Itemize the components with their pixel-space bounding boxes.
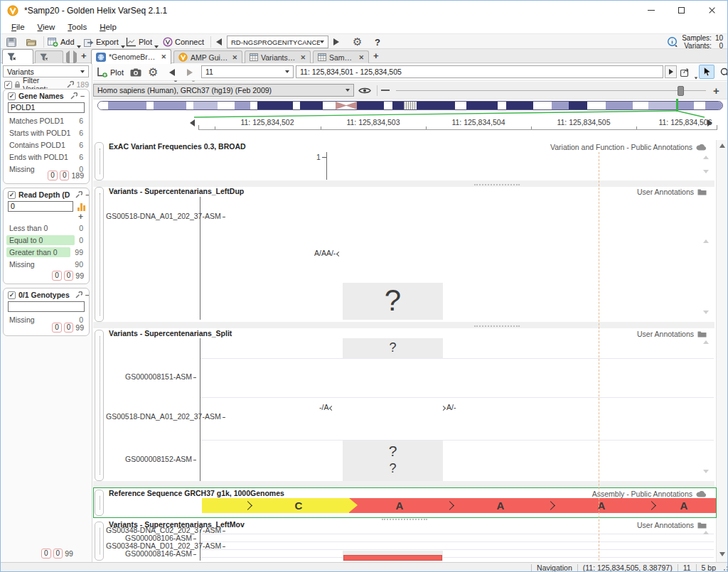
pan-left-icon[interactable] xyxy=(190,119,195,128)
wrench-icon[interactable] xyxy=(70,92,77,99)
track-scroll-up-icon[interactable] xyxy=(703,531,709,534)
track-drag-handle[interactable] xyxy=(95,142,104,180)
tab-genomebrowse[interactable]: *GenomeBrowse✕ xyxy=(91,49,171,64)
chromosome-ideogram[interactable] xyxy=(97,101,723,110)
save-button[interactable] xyxy=(6,34,16,50)
track-drag-handle[interactable] xyxy=(95,330,104,481)
add-button[interactable]: Add xyxy=(48,34,81,50)
filter-condition-row[interactable]: Missing90 xyxy=(4,259,89,270)
tab-scroll-right-icon[interactable] xyxy=(73,53,77,62)
go-button[interactable] xyxy=(665,65,677,78)
tab-variants-189[interactable]: Variants: 189✕ xyxy=(245,50,311,63)
filter-checkbox[interactable]: ✓ xyxy=(8,191,16,199)
sample-row-label: GS000008146-ASM xyxy=(106,549,196,558)
zoom-slider-handle[interactable] xyxy=(678,86,684,96)
sample-selector[interactable]: RD-NGSPROGENITYCANCER-SAMPLE3 xyxy=(227,36,328,48)
track-drag-handle[interactable] xyxy=(95,522,104,561)
track-scroll-down-icon[interactable] xyxy=(703,311,709,314)
zoom-out-button[interactable] xyxy=(381,90,390,91)
ruler-tick xyxy=(198,125,199,129)
zoom-in-button[interactable]: + xyxy=(713,85,719,97)
zoom-slider-track[interactable] xyxy=(396,90,706,91)
filter-checkbox[interactable]: ✓ xyxy=(8,92,16,100)
filter-tab-2[interactable] xyxy=(35,50,63,63)
new-tab-button[interactable]: + xyxy=(373,50,379,61)
track-separator[interactable] xyxy=(93,322,714,328)
connect-button[interactable]: Connect xyxy=(163,34,204,50)
filter-checkbox[interactable]: ✓ xyxy=(8,291,16,299)
add-filter-tab-button[interactable]: + xyxy=(81,50,87,61)
lock-icon[interactable] xyxy=(14,81,21,88)
camera-icon[interactable] xyxy=(130,63,141,81)
zoom-tool-icon[interactable] xyxy=(720,63,728,81)
chromosome-band xyxy=(404,102,417,109)
plot-button[interactable]: Plot xyxy=(126,34,159,50)
filter-condition-row[interactable]: Equal to 00 xyxy=(4,234,89,246)
track-scroll-down-icon[interactable] xyxy=(703,470,709,473)
close-icon[interactable]: ✕ xyxy=(300,54,306,61)
collapse-icon[interactable]: – xyxy=(80,93,85,99)
info-icon[interactable] xyxy=(667,36,678,48)
track-separator[interactable] xyxy=(93,180,714,187)
filter-input[interactable]: POLD1 xyxy=(8,102,85,113)
open-button[interactable] xyxy=(26,34,37,50)
filter-condition-row[interactable]: Ends with POLD16 xyxy=(4,151,89,163)
funnel-icon xyxy=(7,53,16,61)
resize-grip[interactable] xyxy=(724,569,725,571)
collapse-icon[interactable]: – xyxy=(85,192,89,198)
maximize-icon[interactable] xyxy=(666,1,697,20)
filter-input[interactable] xyxy=(8,301,85,312)
close-icon[interactable]: ✕ xyxy=(161,53,166,60)
share-view-button[interactable] xyxy=(680,63,698,81)
location-input[interactable]: 11: 125,834,501 - 125,834,505 xyxy=(296,65,663,78)
close-icon[interactable]: ✕ xyxy=(232,54,237,61)
export-button[interactable]: Export xyxy=(84,34,125,50)
tab-amp-guidelines[interactable]: AMP Guidelines✕ xyxy=(173,50,242,63)
next-sample-button[interactable] xyxy=(333,34,339,50)
close-icon[interactable]: ✕ xyxy=(358,54,364,61)
variant-bar[interactable] xyxy=(343,555,442,561)
tab-scroll-left-icon[interactable] xyxy=(66,53,70,62)
gear-icon[interactable]: ⚙ xyxy=(148,63,158,81)
histogram-icon[interactable] xyxy=(77,203,85,211)
tab-samples-10[interactable]: Samples: 10✕ xyxy=(313,50,369,63)
filter-condition-row[interactable]: Matches POLD16 xyxy=(4,115,89,126)
species-selector[interactable]: Homo sapiens (Human), GRCh37 (hg19) (Feb… xyxy=(93,84,354,97)
filter-variant-checkbox[interactable]: ✓ xyxy=(4,81,12,89)
previous-sample-button[interactable] xyxy=(216,34,222,50)
menu-tools[interactable]: Tools xyxy=(61,21,93,33)
wrench-icon[interactable] xyxy=(67,81,74,88)
wrench-icon[interactable] xyxy=(75,291,82,298)
menu-file[interactable]: File xyxy=(5,21,31,33)
minimize-icon[interactable] xyxy=(636,1,666,20)
track-drag-handle[interactable] xyxy=(95,187,104,322)
gear-icon[interactable]: ⚙ xyxy=(353,34,362,50)
filter-tab-active[interactable] xyxy=(2,49,33,64)
track-separator[interactable] xyxy=(382,519,427,520)
track-scroll-up-icon[interactable] xyxy=(703,340,709,344)
gb-plot-button[interactable]: Plot xyxy=(97,63,124,81)
wrench-icon[interactable] xyxy=(75,191,82,198)
track-separator[interactable] xyxy=(93,481,714,487)
filter-condition-row[interactable]: Starts with POLD16 xyxy=(4,127,89,139)
menu-view[interactable]: View xyxy=(31,21,62,33)
tracks-scrollbar[interactable] xyxy=(716,140,728,562)
add-condition-button[interactable]: + xyxy=(78,212,83,222)
scroll-up-icon[interactable] xyxy=(719,144,725,148)
track-scroll-down-icon[interactable] xyxy=(703,170,709,173)
filter-condition-row[interactable]: Contains POLD16 xyxy=(4,139,89,151)
track-scroll-up-icon[interactable] xyxy=(703,239,709,243)
help-button[interactable]: ? xyxy=(375,34,380,50)
scroll-down-icon[interactable] xyxy=(719,552,725,556)
chromosome-selector[interactable]: 11 xyxy=(201,65,294,78)
track-drag-handle[interactable] xyxy=(95,490,104,516)
pointer-tool-button[interactable] xyxy=(699,65,714,79)
eye-icon[interactable] xyxy=(358,87,371,96)
filter-condition-row[interactable]: Greater than 099 xyxy=(4,247,89,258)
track-scroll-up-icon[interactable] xyxy=(703,156,709,159)
close-icon[interactable] xyxy=(697,1,727,20)
filter-input[interactable]: 0 xyxy=(8,201,73,212)
filter-condition-row[interactable]: Less than 00 xyxy=(4,222,89,234)
menu-help[interactable]: Help xyxy=(93,21,123,33)
collapse-icon[interactable]: – xyxy=(85,292,89,298)
